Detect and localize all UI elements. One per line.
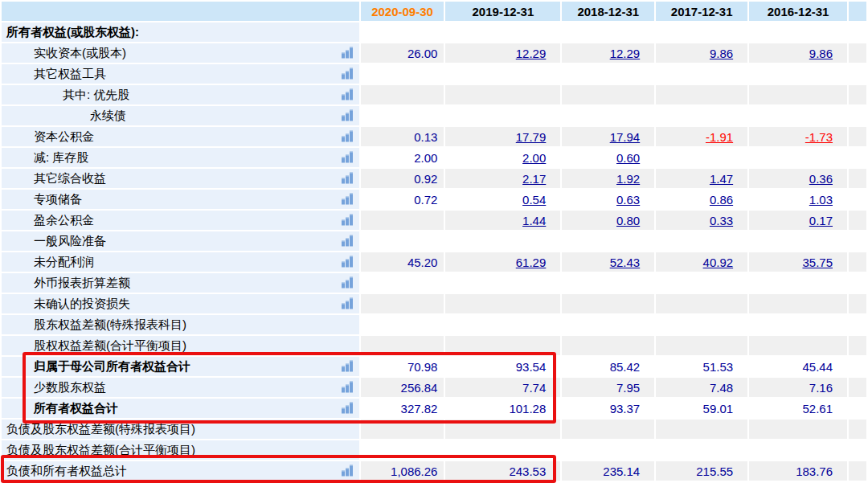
bar-chart-icon[interactable]	[342, 111, 353, 121]
table-row: 盈余公积金1.440.800.330.17	[2, 211, 866, 230]
table-edge-cell	[849, 211, 866, 230]
value-link[interactable]: 1.03	[809, 193, 833, 207]
value-cell: 183.76	[749, 461, 847, 481]
value-cell	[656, 294, 747, 313]
value-cell: 1.03	[749, 190, 847, 209]
bar-chart-icon[interactable]	[342, 278, 353, 289]
value-cell	[749, 231, 847, 251]
bar-chart-icon[interactable]	[342, 69, 353, 80]
value-text: 85.42	[610, 360, 641, 374]
bar-chart-icon[interactable]	[342, 215, 353, 226]
row-label: 股东权益差额(特殊报表科目)	[34, 317, 186, 333]
value-cell	[749, 23, 847, 42]
value-cell: 9.86	[749, 43, 847, 63]
row-label: 所有者权益(或股东权益):	[6, 25, 139, 40]
row-label-cell: 其它综合收益	[2, 169, 359, 188]
row-label-cell: 减: 库存股	[2, 148, 359, 167]
table-edge-cell	[849, 378, 866, 397]
table-row: 外币报表折算差额	[2, 273, 866, 293]
value-link[interactable]: 2.00	[522, 151, 546, 165]
row-label-cell: 负债及股东权益差额(合计平衡项目)	[2, 440, 359, 460]
value-text: 256.84	[401, 381, 438, 395]
value-link[interactable]: 40.92	[703, 256, 734, 269]
value-text: 45.20	[407, 256, 438, 269]
table-row: 所有者权益合计327.82101.2893.3759.0152.61	[2, 399, 866, 418]
bar-chart-icon[interactable]	[342, 403, 353, 414]
bar-chart-icon[interactable]	[342, 132, 353, 142]
value-cell	[656, 23, 747, 42]
value-link[interactable]: 1.47	[710, 172, 733, 186]
bar-chart-icon[interactable]	[342, 194, 353, 205]
value-cell: 93.37	[562, 399, 654, 418]
table-edge-cell	[849, 440, 866, 460]
value-link[interactable]: 2.17	[522, 172, 546, 186]
bar-chart-icon[interactable]	[342, 153, 353, 163]
value-text: 0.13	[414, 130, 437, 144]
value-cell: 7.95	[562, 378, 654, 397]
value-cell: 12.29	[445, 43, 560, 63]
table-row: 少数股东权益256.847.747.957.487.16	[2, 378, 866, 397]
table-edge-cell	[849, 85, 866, 104]
value-cell	[562, 420, 654, 439]
value-link[interactable]: 9.86	[809, 47, 833, 60]
value-link[interactable]: 17.94	[610, 130, 641, 144]
value-cell	[562, 23, 654, 42]
value-link[interactable]: 52.43	[610, 256, 641, 269]
value-cell: 26.00	[361, 43, 444, 63]
table-row: 其它综合收益0.922.171.921.470.36	[2, 169, 866, 188]
row-label-cell: 少数股东权益	[2, 378, 359, 397]
value-cell: 2.17	[445, 169, 560, 188]
bar-chart-icon[interactable]	[342, 299, 353, 309]
value-link[interactable]: -1.73	[805, 130, 833, 144]
header-edge-spacer	[849, 2, 866, 21]
row-label: 股权权益差额(合计平衡项目)	[34, 338, 186, 354]
bar-chart-icon[interactable]	[342, 466, 353, 477]
value-link[interactable]: 0.63	[616, 193, 640, 207]
value-link[interactable]: 0.60	[616, 151, 640, 165]
value-cell: 17.94	[562, 127, 654, 146]
value-link[interactable]: 0.36	[809, 172, 833, 186]
value-link[interactable]: 12.29	[610, 47, 641, 60]
table-row: 资本公积金0.1317.7917.94-1.91-1.73	[2, 127, 866, 146]
value-link[interactable]: 1.44	[522, 214, 546, 227]
value-link[interactable]: -1.91	[706, 130, 733, 144]
value-link[interactable]: 1.92	[616, 172, 640, 186]
value-cell	[656, 64, 747, 84]
value-cell: 1.92	[562, 169, 654, 188]
table-row: 股东权益差额(特殊报表科目)	[2, 315, 866, 334]
value-link[interactable]: 0.80	[616, 214, 640, 227]
value-cell: 35.75	[749, 252, 847, 272]
bar-chart-icon[interactable]	[342, 362, 353, 372]
value-link[interactable]: 0.86	[710, 193, 733, 207]
value-link[interactable]: 0.54	[522, 193, 546, 207]
value-cell: 0.80	[562, 211, 654, 230]
value-text: 243.53	[509, 465, 546, 478]
value-text: 7.48	[710, 381, 733, 395]
value-cell: 327.82	[361, 399, 444, 418]
bar-chart-icon[interactable]	[342, 236, 353, 247]
value-link[interactable]: 35.75	[802, 256, 833, 269]
value-link[interactable]: 61.29	[516, 256, 547, 269]
value-cell: 2.00	[361, 148, 444, 167]
value-cell	[361, 231, 444, 251]
value-cell: 0.33	[656, 211, 747, 230]
bar-chart-icon[interactable]	[342, 383, 353, 393]
value-link[interactable]: 9.86	[710, 47, 733, 60]
value-cell: 7.48	[656, 378, 747, 397]
bar-chart-icon[interactable]	[342, 48, 353, 59]
value-cell	[445, 440, 560, 460]
bar-chart-icon[interactable]	[342, 174, 353, 184]
bar-chart-icon[interactable]	[342, 90, 353, 100]
value-link[interactable]: 12.29	[516, 47, 547, 60]
value-cell	[749, 85, 847, 104]
row-label: 负债和所有者权益总计	[6, 464, 127, 479]
value-text: 215.55	[696, 465, 733, 478]
value-link[interactable]: 0.33	[710, 214, 733, 227]
bar-chart-icon[interactable]	[342, 257, 353, 268]
value-cell	[749, 106, 847, 125]
value-link[interactable]: 0.17	[809, 214, 833, 227]
value-cell	[562, 273, 654, 293]
value-link[interactable]: 17.79	[516, 130, 547, 144]
row-label-cell: 未确认的投资损失	[2, 294, 359, 313]
value-cell	[445, 294, 560, 313]
